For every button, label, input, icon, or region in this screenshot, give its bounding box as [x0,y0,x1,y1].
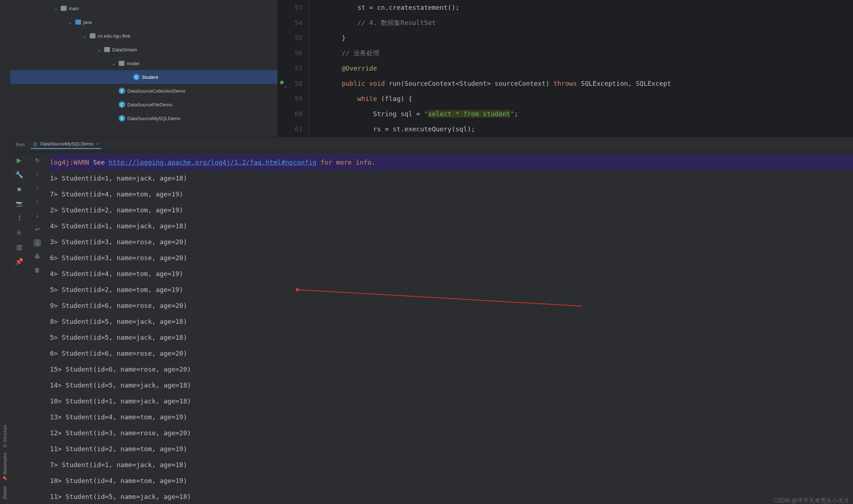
log4j-faq-link[interactable]: http://logging.apache.org/log4j/1.2/faq.… [109,158,317,166]
bookmarks-label: Bookmarks [3,453,8,474]
clear-all-button[interactable]: 🗑 [34,267,41,274]
tree-item-label: Student [142,75,158,80]
code-line[interactable]: rs = st.executeQuery(sql); [310,122,847,137]
code-line[interactable]: while (flag) { [310,91,847,106]
chevron-down-icon[interactable] [97,47,102,52]
tree-item-datastream[interactable]: DataStream [10,43,277,56]
console-line: 5> Student(id=5, name=jack, age=18) [50,330,853,346]
structure-icon: ⌬ [3,444,8,448]
line-number: 60 [278,106,302,122]
chevron-down-icon[interactable] [54,5,59,11]
console-line: 9> Student(id=6, name=rose, age=20) [50,298,853,314]
up-arrow-icon[interactable]: ↑ [34,198,41,205]
close-icon[interactable]: × [96,141,99,147]
line-number: 57 [278,61,302,76]
tree-item-model[interactable]: model [10,56,277,70]
run-tab-label: DataSourceMySQLDemo [40,141,93,147]
chevron-down-icon[interactable] [111,60,116,66]
code-line[interactable]: @Override [310,61,847,76]
layout-button[interactable]: ⎘ [16,229,23,236]
run-panel: Run: ▥ DataSourceMySQLDemo × ▶ 🔧 ■ 📷 ⤴ ⎘… [10,137,853,504]
up-stack-button[interactable]: ↑ [34,170,41,178]
console-line: 13> Student(id=4, name=tom, age=19) [50,409,853,425]
console-line: 7> Student(id=1, name=jack, age=18) [50,457,853,473]
tree-item-label: DataSourceCollectionDemo [127,88,185,94]
run-body: ▶ 🔧 ■ 📷 ⤴ ⎘ ▥ 📌 ↻ ↑ ↓ ↑ ↓ ↩ ⤓ 🖶 🗑 [10,152,853,504]
line-number: 56 [278,46,302,61]
tree-item-main[interactable]: main [10,1,277,15]
editor-code[interactable]: st = cn.createstatement(); // 4. 数据集Resu… [310,0,850,137]
console-output[interactable]: log4j:WARN See http://logging.apache.org… [46,152,853,504]
line-number: 61 [278,122,302,137]
run-title: Run: [16,142,26,147]
exit-button[interactable]: ⤴ [16,215,23,222]
console-line: 7> Student(id=4, name=tom, age=19) [50,186,853,202]
console-line: 4> Student(id=1, name=jack, age=18) [50,218,853,234]
bookmarks-tool-button[interactable]: 🔖Bookmarks [3,453,8,481]
tree-item-label: DataSourceFileDemo [127,102,172,107]
run-button[interactable]: ▶ [16,157,23,164]
run-header: Run: ▥ DataSourceMySQLDemo × [10,137,853,152]
soft-wrap-button[interactable]: ↩ [34,225,41,233]
class-icon: C [119,115,125,122]
code-line[interactable]: // 业务处理 [310,46,847,61]
main-area: mainjavacn.edu.hgu.flinkDataStreammodelC… [10,0,853,504]
tree-item-datasourcemysqldemo[interactable]: CDataSourceMySQLDemo [10,111,277,125]
console-line: 12> Student(id=3, name=rose, age=20) [50,425,853,441]
run-toolbar-1: ▶ 🔧 ■ 📷 ⤴ ⎘ ▥ 📌 [10,152,28,504]
tree-item-java[interactable]: java [10,15,277,29]
console-line: 11> Student(id=5, name=jack, age=18) [50,489,853,504]
down-stack-button[interactable]: ↓ [34,184,41,191]
tree-item-cn-edu-hgu-flink[interactable]: cn.edu.hgu.flink [10,29,277,43]
tree-item-label: cn.edu.hgu.flink [98,33,131,39]
restore-layout-button[interactable]: ▥ [16,243,23,251]
folder-icon [104,47,110,52]
debug-button[interactable]: 🔧 [16,171,23,178]
console-line: 15> Student(id=6, name=rose, age=20) [50,361,853,377]
jrebel-tool-button[interactable]: JRebel [3,486,8,500]
tree-item-label: DataStream [112,47,137,52]
tree-item-datasourcecollectiondemo[interactable]: CDataSourceCollectionDemo [10,84,277,98]
structure-tool-button[interactable]: ⌬Structure [3,425,8,448]
code-editor[interactable]: 535455565758596061 st = cn.createstateme… [278,0,853,137]
tree-item-student[interactable]: CStudent [10,70,277,84]
chevron-down-icon[interactable] [68,19,73,25]
source-folder-icon [75,20,81,25]
class-icon: C [133,74,140,80]
tree-item-label: main [69,6,79,11]
tree-item-datasourcefiledemo[interactable]: CDataSourceFileDemo [10,98,277,111]
console-line: 1> Student(id=1, name=jack, age=18) [50,170,853,186]
code-line[interactable]: } [310,30,847,46]
stop-button[interactable]: ■ [16,186,23,193]
folder-icon [90,33,96,38]
watermark: CSDN @平平无奇秃头小天才 [773,497,849,504]
tree-item-label: java [83,20,92,25]
code-line[interactable]: // 4. 数据集ResultSet [310,15,847,30]
chevron-down-icon[interactable] [82,33,88,39]
print-button[interactable]: 🖶 [34,253,41,260]
console-line: 2> Student(id=2, name=tom, age=19) [50,202,853,218]
console-line: 10> Student(id=4, name=tom, age=19) [50,473,853,489]
folder-icon [119,61,124,66]
fold-guide [309,0,309,137]
override-marker-icon[interactable] [280,81,284,84]
project-tree[interactable]: mainjavacn.edu.hgu.flinkDataStreammodelC… [10,0,278,137]
upper-split: mainjavacn.edu.hgu.flinkDataStreammodelC… [10,0,853,137]
dump-threads-button[interactable]: 📷 [16,200,23,207]
code-line[interactable]: st = cn.createstatement(); [310,0,847,15]
line-number: 58 [278,76,302,91]
structure-label: Structure [3,425,8,442]
scroll-to-end-button[interactable]: ⤓ [34,239,41,246]
console-warn-line: log4j:WARN See http://logging.apache.org… [50,154,853,170]
line-number: 59 [278,91,302,106]
code-line[interactable]: String sql = "select * from student"; [310,106,847,122]
run-tab[interactable]: ▥ DataSourceMySQLDemo × [31,140,101,149]
console-line: 8> Student(id=5, name=jack, age=18) [50,314,853,330]
class-icon: C [119,101,125,108]
rerun-button[interactable]: ↻ [34,157,41,164]
code-line[interactable]: public void run(SourceContext<Student> s… [310,76,847,91]
console-line: 11> Student(id=2, name=tom, age=19) [50,441,853,457]
console-line: 3> Student(id=3, name=rose, age=20) [50,234,853,250]
pin-button[interactable]: 📌 [16,258,23,265]
down-arrow-icon[interactable]: ↓ [34,212,41,219]
